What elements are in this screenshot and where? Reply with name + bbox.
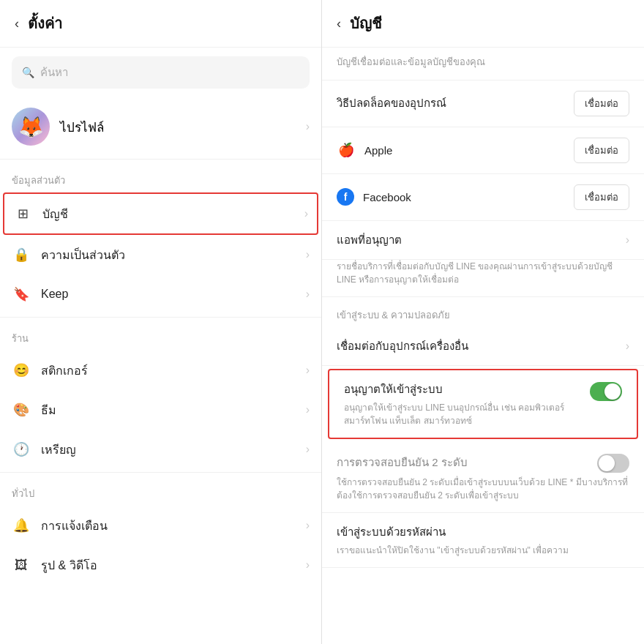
login-security-label: เข้าสู่ระบบ & ความปลอดภัย xyxy=(322,297,644,327)
coin-icon: 🕐 xyxy=(12,440,31,459)
menu-item-theme[interactable]: 🎨 ธีม › xyxy=(0,390,321,430)
divider-2 xyxy=(0,317,321,318)
connect-other-label: เชื่อมต่อกับอุปกรณ์เครื่องอื่น xyxy=(337,337,626,355)
connect-other-chevron-icon: › xyxy=(626,340,629,353)
apple-icon: 🍎 xyxy=(337,141,356,160)
right-top-info: บัญชีเชื่อมต่อและข้อมูลบัญชีของคุณ xyxy=(322,48,644,80)
apple-row: 🍎 Apple เชื่อมต่อ xyxy=(322,127,644,174)
menu-item-photo[interactable]: 🖼 รูป & วิดีโอ › xyxy=(0,545,321,585)
password-label: เข้าสู่ระบบด้วยรหัสผ่าน xyxy=(337,523,629,541)
section-shop-label: ร้าน xyxy=(0,321,321,351)
password-row: เข้าสู่ระบบด้วยรหัสผ่าน เราขอแนะนำให้ปิด… xyxy=(322,513,644,568)
facebook-row: f Facebook เชื่อมต่อ xyxy=(322,174,644,221)
right-panel: ‹ บัญชี บัญชีเชื่อมต่อและข้อมูลบัญชีของค… xyxy=(322,0,644,644)
allowed-apps-desc: รายชื่อบริการที่เชื่อมต่อกับบัญชี LINE ข… xyxy=(322,260,644,297)
search-placeholder: ค้นหา xyxy=(40,64,68,81)
allowed-apps-chevron-icon: › xyxy=(626,233,629,247)
back-icon-left[interactable]: ‹ xyxy=(15,16,19,31)
menu-label-keep: Keep xyxy=(41,288,296,301)
right-header: ‹ บัญชี xyxy=(322,0,644,48)
privacy-icon: 🔒 xyxy=(12,245,31,264)
section-personal-label: ข้อมูลส่วนตัว xyxy=(0,162,321,192)
keep-icon: 🔖 xyxy=(12,285,31,304)
avatar: 🦊 xyxy=(12,108,50,146)
sticker-chevron-icon: › xyxy=(306,364,310,377)
allow-login-label: อนุญาตให้เข้าสู่ระบบ xyxy=(344,381,581,398)
unlock-row: วิธีปลดล็อคของอุปกรณ์ เชื่อมต่อ xyxy=(322,80,644,127)
allowed-apps-label: แอพที่อนุญาต xyxy=(337,231,626,249)
two-step-header: การตรวจสอบยืนยัน 2 ระดับ xyxy=(337,452,629,473)
unlock-label: วิธีปลดล็อคของอุปกรณ์ xyxy=(337,94,565,112)
connect-other-row[interactable]: เชื่อมต่อกับอุปกรณ์เครื่องอื่น › xyxy=(322,327,644,366)
unlock-connect-button[interactable]: เชื่อมต่อ xyxy=(574,91,629,116)
right-header-title: บัญชี xyxy=(350,12,382,35)
allow-login-toggle[interactable] xyxy=(590,382,622,401)
menu-item-account[interactable]: ⊞ บัญชี › xyxy=(3,192,318,235)
facebook-label: Facebook xyxy=(363,191,565,203)
account-icon: ⊞ xyxy=(13,204,32,223)
left-header-title: ตั้งค่า xyxy=(28,12,62,35)
apple-connect-button[interactable]: เชื่อมต่อ xyxy=(574,138,629,163)
profile-row[interactable]: 🦊 ไปรไฟล์ › xyxy=(0,97,321,156)
theme-icon: 🎨 xyxy=(12,400,31,419)
password-desc: เราขอแนะนำให้ปิดใช้งาน "เข้าสู่ระบบด้วยร… xyxy=(337,544,629,557)
account-chevron-icon: › xyxy=(304,207,308,220)
two-step-desc: ใช้การตรวจสอบยืนยัน 2 ระดับเมื่อเข้าสู่ร… xyxy=(337,476,629,502)
menu-label-coin: เหรียญ xyxy=(41,441,296,459)
notification-chevron-icon: › xyxy=(306,519,310,532)
back-icon-right[interactable]: ‹ xyxy=(337,16,341,31)
menu-label-sticker: สติกเกอร์ xyxy=(41,362,296,380)
photo-chevron-icon: › xyxy=(306,558,310,572)
allow-login-content: อนุญาตให้เข้าสู่ระบบ อนุญาตให้เข้าสู่ระบ… xyxy=(344,381,581,427)
search-icon: 🔍 xyxy=(22,67,34,78)
menu-label-privacy: ความเป็นส่วนตัว xyxy=(41,246,296,264)
menu-item-notification[interactable]: 🔔 การแจ้งเตือน › xyxy=(0,506,321,545)
privacy-chevron-icon: › xyxy=(306,248,310,261)
search-box[interactable]: 🔍 ค้นหา xyxy=(12,56,310,89)
notification-icon: 🔔 xyxy=(12,516,31,535)
menu-item-coin[interactable]: 🕐 เหรียญ › xyxy=(0,430,321,469)
left-panel: ‹ ตั้งค่า 🔍 ค้นหา 🦊 ไปรไฟล์ › ข้อมูลส่วน… xyxy=(0,0,322,644)
menu-label-notification: การแจ้งเตือน xyxy=(41,517,296,535)
allow-login-desc: อนุญาตให้เข้าสู่ระบบ LINE บนอุปกรณ์อื่น … xyxy=(344,401,581,427)
menu-item-keep[interactable]: 🔖 Keep › xyxy=(0,274,321,314)
section-general-label: ทั่วไป xyxy=(0,476,321,506)
left-header: ‹ ตั้งค่า xyxy=(0,0,321,48)
photo-icon: 🖼 xyxy=(12,555,31,574)
profile-chevron-icon: › xyxy=(306,120,310,133)
divider-1 xyxy=(0,159,321,160)
allowed-apps-row[interactable]: แอพที่อนุญาต › xyxy=(322,221,644,260)
menu-item-sticker[interactable]: 😊 สติกเกอร์ › xyxy=(0,351,321,390)
menu-item-privacy[interactable]: 🔒 ความเป็นส่วนตัว › xyxy=(0,235,321,274)
menu-label-photo: รูป & วิดีโอ xyxy=(41,556,296,574)
avatar-image: 🦊 xyxy=(18,115,44,139)
sticker-icon: 😊 xyxy=(12,361,31,380)
allow-login-row: อนุญาตให้เข้าสู่ระบบ อนุญาตให้เข้าสู่ระบ… xyxy=(328,369,638,439)
keep-chevron-icon: › xyxy=(306,288,310,301)
apple-label: Apple xyxy=(364,144,565,157)
theme-chevron-icon: › xyxy=(306,403,310,416)
menu-label-account: บัญชี xyxy=(42,205,294,223)
coin-chevron-icon: › xyxy=(306,443,310,456)
facebook-icon: f xyxy=(337,188,354,206)
facebook-connect-button[interactable]: เชื่อมต่อ xyxy=(574,184,629,210)
profile-name: ไปรไฟล์ xyxy=(60,117,296,137)
menu-label-theme: ธีม xyxy=(41,401,296,419)
divider-3 xyxy=(0,472,321,473)
two-step-label: การตรวจสอบยืนยัน 2 ระดับ xyxy=(337,454,597,471)
two-step-toggle[interactable] xyxy=(597,454,629,473)
two-step-row: การตรวจสอบยืนยัน 2 ระดับ ใช้การตรวจสอบยื… xyxy=(322,442,644,513)
